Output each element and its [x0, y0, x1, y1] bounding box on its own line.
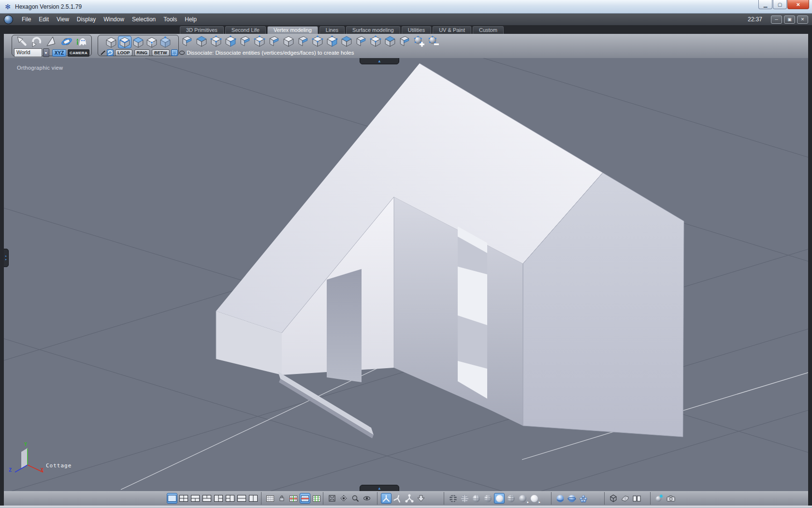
drop-object-icon[interactable] — [416, 493, 426, 504]
ellipse-select-icon[interactable] — [179, 49, 185, 56]
tool-icon-08[interactable] — [282, 35, 295, 47]
menu-view[interactable]: View — [53, 15, 73, 24]
selection-mode-edge-icon[interactable] — [118, 36, 131, 48]
app-close-button[interactable]: ✕ — [797, 15, 808, 24]
select-arrow-icon[interactable] — [15, 36, 28, 47]
tool-icon-12[interactable] — [340, 35, 353, 47]
viewport-layout-left2-right1-icon[interactable] — [225, 493, 235, 504]
shading-hidden-line-icon[interactable] — [459, 493, 470, 504]
window-maximize-button[interactable]: ▢ — [773, 0, 787, 9]
tab-uv-paint[interactable]: UV & Paint — [433, 26, 471, 34]
selection-mode-face-icon[interactable] — [131, 36, 145, 48]
scale-tool-icon[interactable] — [45, 36, 58, 47]
look-at-icon[interactable] — [362, 493, 372, 504]
grid-lock-icon[interactable] — [276, 493, 287, 504]
tool-icon-09[interactable] — [297, 35, 309, 47]
tool-icon-05[interactable] — [239, 35, 251, 47]
window-close-button[interactable]: ✕ — [787, 0, 809, 9]
marquee-select-icon[interactable] — [171, 49, 178, 56]
viewport[interactable]: Orthographic view Cottage X Y Z ▲ ▲ ▸▸ — [4, 58, 808, 491]
left-panel-handle[interactable]: ▸▸ — [4, 249, 9, 267]
manipulator-free-icon[interactable] — [392, 493, 403, 504]
selection-mode-object-icon[interactable] — [159, 36, 172, 48]
viewport-layout-single-icon[interactable] — [167, 493, 177, 504]
app-minimize-button[interactable]: ─ — [771, 15, 782, 24]
universal-manipulator-icon[interactable] — [60, 36, 73, 47]
center-selection-icon[interactable] — [338, 493, 349, 504]
loop-button[interactable]: LOOP — [115, 49, 132, 56]
ring-button[interactable]: RING — [134, 49, 150, 56]
shading-smooth-icon[interactable] — [494, 493, 505, 504]
menu-tools[interactable]: Tools — [160, 15, 181, 24]
tool-icon-13[interactable] — [355, 35, 367, 47]
shading-smooth-wire-icon[interactable] — [506, 493, 516, 504]
selection-mode-auto-icon[interactable] — [104, 36, 118, 48]
grid-axes-icon[interactable] — [288, 493, 299, 504]
tool-icon-10[interactable] — [311, 35, 324, 47]
between-button[interactable]: BETW — [152, 49, 170, 56]
tool-icon-15[interactable] — [384, 35, 396, 47]
soft-selection-icon[interactable] — [578, 493, 589, 504]
top-panel-handle[interactable]: ▲ — [360, 58, 399, 64]
render-icon[interactable] — [654, 493, 665, 504]
tool-icon-11[interactable] — [326, 35, 338, 47]
wireframe-box-icon[interactable] — [608, 493, 619, 504]
xyz-button[interactable]: XYZ — [52, 49, 66, 57]
ghost-icon[interactable] — [75, 36, 88, 47]
shading-textured-icon[interactable]: ▸ — [517, 493, 528, 504]
manipulator-axes-icon[interactable] — [381, 493, 392, 504]
world-selector[interactable]: World — [14, 48, 42, 57]
menu-edit[interactable]: Edit — [35, 15, 53, 24]
double-sided-icon[interactable] — [566, 493, 577, 504]
menu-help[interactable]: Help — [181, 15, 201, 24]
paint-select-icon[interactable] — [100, 49, 106, 56]
smoothing-plus-icon[interactable] — [413, 35, 425, 47]
zoom-box-icon[interactable] — [350, 493, 361, 504]
scene-canvas[interactable] — [4, 58, 808, 491]
tab-second-life[interactable]: Second Life — [225, 26, 266, 34]
grid-icon[interactable] — [265, 493, 276, 504]
menu-file[interactable]: File — [18, 15, 35, 24]
lasso-select-icon[interactable] — [107, 49, 114, 56]
tool-icon-03[interactable] — [210, 35, 222, 47]
viewport-layout-left1-right2-icon[interactable] — [213, 493, 224, 504]
tool-icon-07[interactable] — [268, 35, 280, 47]
tab-lines[interactable]: Lines — [319, 26, 345, 34]
tool-icon-06[interactable] — [253, 35, 266, 47]
render-camera-icon[interactable] — [666, 493, 676, 504]
viewport-layout-top2-bottom1-icon[interactable] — [202, 493, 212, 504]
grid-horizontal-icon[interactable] — [300, 493, 310, 504]
smoothing-minus-icon[interactable] — [427, 35, 440, 47]
tab-surface-modeling[interactable]: Surface modeling — [346, 26, 400, 34]
solid-surface-icon[interactable] — [620, 493, 630, 504]
grid-vertical-icon[interactable] — [311, 493, 322, 504]
tab-vertex-modeling[interactable]: Vertex modeling — [267, 26, 318, 34]
menu-window[interactable]: Window — [100, 15, 128, 24]
split-panels-icon[interactable] — [631, 493, 642, 504]
tool-icon-01[interactable] — [181, 35, 193, 47]
title-bar[interactable]: ✻ Hexagon Version 2.5.1.79 ▁ ▢ ✕ — [0, 0, 812, 14]
cottage-model[interactable] — [216, 63, 684, 438]
backface-culling-icon[interactable] — [555, 493, 566, 504]
tab-utilities[interactable]: Utilities — [402, 26, 431, 34]
viewport-layout-two-horizontal-icon[interactable] — [236, 493, 247, 504]
viewport-layout-quad-icon[interactable] — [178, 493, 189, 504]
app-restore-button[interactable]: ▣ — [784, 15, 795, 24]
tab-custom[interactable]: Custom — [473, 26, 504, 34]
tab-3d-primitives[interactable]: 3D Primitives — [180, 26, 224, 34]
tool-icon-16[interactable] — [398, 35, 411, 47]
menu-display[interactable]: Display — [73, 15, 100, 24]
shading-textured-lit-icon[interactable]: ▸ — [529, 493, 539, 504]
manipulator-screen-icon[interactable] — [404, 493, 415, 504]
bottom-panel-handle[interactable]: ▲ — [360, 485, 399, 491]
viewport-layout-top1-bottom2-icon[interactable] — [190, 493, 201, 504]
shading-flat-wire-icon[interactable] — [482, 493, 493, 504]
tool-icon-14[interactable] — [369, 35, 382, 47]
shading-flat-icon[interactable] — [471, 493, 481, 504]
rotate-tool-icon[interactable] — [30, 36, 43, 47]
camera-button[interactable]: CAMERA — [68, 49, 89, 57]
menu-selection[interactable]: Selection — [128, 15, 160, 24]
selection-mode-point-icon[interactable] — [145, 36, 159, 48]
fit-view-icon[interactable] — [327, 493, 337, 504]
shading-wireframe-icon[interactable] — [448, 493, 458, 504]
